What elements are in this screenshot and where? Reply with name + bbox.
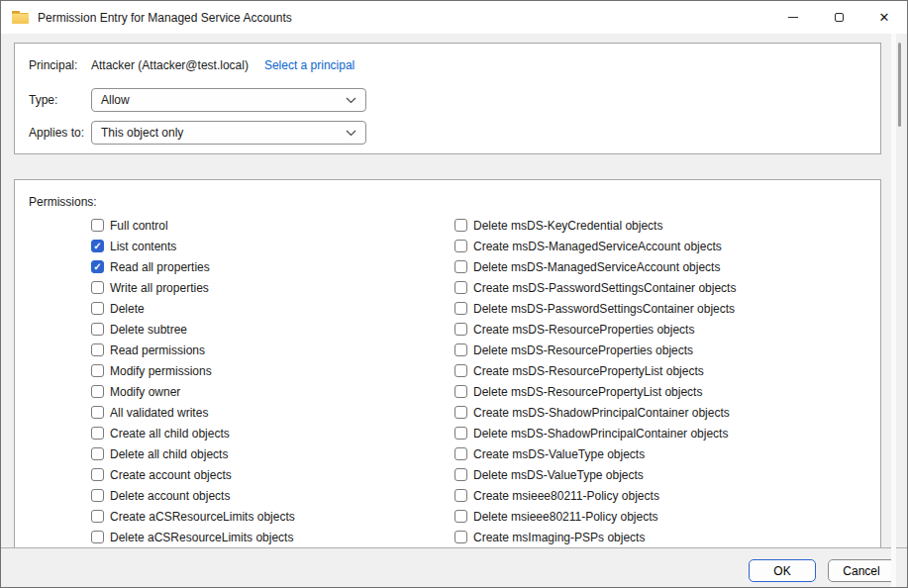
maximize-button[interactable]	[816, 1, 861, 34]
permission-row[interactable]: Delete msDS-KeyCredential objects	[454, 215, 736, 236]
checkbox[interactable]	[454, 385, 467, 398]
permission-row[interactable]: Full control	[91, 215, 295, 236]
checkbox[interactable]	[454, 219, 467, 232]
permission-row[interactable]: Read all properties	[91, 256, 295, 277]
checkbox[interactable]	[454, 260, 467, 273]
applies-to-select[interactable]: This object only	[91, 121, 366, 145]
checkbox[interactable]	[454, 323, 467, 336]
applies-to-select-value: This object only	[101, 126, 183, 140]
permission-label: Delete msieee80211-Policy objects	[473, 510, 658, 524]
permission-row[interactable]: Delete	[91, 298, 295, 319]
permission-label: Modify owner	[110, 385, 180, 399]
checkbox[interactable]	[91, 468, 104, 481]
permission-row[interactable]: Delete msDS-PasswordSettingsContainer ob…	[454, 298, 736, 319]
scrollbar-thumb[interactable]	[898, 43, 901, 127]
checkbox[interactable]	[454, 406, 467, 419]
permission-row[interactable]: Create msImaging-PSPs objects	[454, 527, 736, 547]
checkbox[interactable]	[91, 364, 104, 377]
permission-row[interactable]: Delete subtree	[91, 319, 295, 340]
permission-row[interactable]: Delete msDS-ResourceProperties objects	[454, 340, 736, 360]
permission-label: Full control	[110, 219, 168, 233]
permission-row[interactable]: Delete msDS-ShadowPrincipalContainer obj…	[454, 423, 736, 443]
permission-row[interactable]: Delete all child objects	[91, 443, 295, 464]
permissions-section-label: Permissions:	[29, 195, 97, 209]
permission-row[interactable]: Delete msDS-ResourcePropertyList objects	[454, 381, 736, 402]
checkbox[interactable]	[91, 489, 104, 502]
checkbox[interactable]	[454, 531, 467, 543]
select-a-principal-link[interactable]: Select a principal	[264, 58, 354, 72]
permission-row[interactable]: Create account objects	[91, 464, 295, 485]
close-button[interactable]: ✕	[861, 1, 907, 34]
permission-row[interactable]: Create msDS-ResourcePropertyList objects	[454, 360, 736, 381]
checkbox[interactable]	[91, 240, 104, 252]
checkbox[interactable]	[91, 406, 104, 419]
permission-label: Delete msDS-PasswordSettingsContainer ob…	[473, 302, 735, 316]
permission-row[interactable]: Create aCSResourceLimits objects	[91, 506, 295, 527]
maximize-icon	[835, 13, 844, 22]
checkbox[interactable]	[91, 302, 104, 315]
permission-row[interactable]: List contents	[91, 236, 295, 256]
permission-row[interactable]: Delete account objects	[91, 485, 295, 506]
permission-label: Create msieee80211-Policy objects	[473, 489, 659, 503]
permission-row[interactable]: Create msDS-PasswordSettingsContainer ob…	[454, 277, 736, 298]
checkbox[interactable]	[454, 281, 467, 294]
permission-label: Write all properties	[110, 281, 209, 295]
permission-row[interactable]: Create all child objects	[91, 423, 295, 443]
checkbox[interactable]	[454, 302, 467, 315]
permission-label: Create msDS-ShadowPrincipalContainer obj…	[473, 406, 730, 420]
window-title: Permission Entry for Managed Service Acc…	[38, 11, 292, 25]
checkbox[interactable]	[91, 281, 104, 294]
permission-row[interactable]: Write all properties	[91, 277, 295, 298]
checkbox[interactable]	[91, 510, 104, 523]
permission-label: Delete msDS-ResourcePropertyList objects	[473, 385, 702, 399]
checkbox[interactable]	[91, 385, 104, 398]
checkbox[interactable]	[91, 260, 104, 273]
permission-row[interactable]: Modify permissions	[91, 360, 295, 381]
permission-label: All validated writes	[110, 406, 208, 420]
permission-label: Create msDS-ResourceProperties objects	[473, 323, 694, 337]
checkbox[interactable]	[454, 447, 467, 460]
checkbox[interactable]	[454, 364, 467, 377]
permission-label: Delete aCSResourceLimits objects	[110, 531, 293, 544]
permission-row[interactable]: Read permissions	[91, 340, 295, 360]
permission-row[interactable]: Create msDS-ShadowPrincipalContainer obj…	[454, 402, 736, 423]
checkbox[interactable]	[454, 343, 467, 356]
checkbox[interactable]	[91, 427, 104, 440]
chevron-down-icon	[346, 97, 356, 104]
checkbox[interactable]	[454, 427, 467, 440]
permission-row[interactable]: Delete msDS-ValueType objects	[454, 464, 736, 485]
permission-row[interactable]: Create msieee80211-Policy objects	[454, 485, 736, 506]
permission-label: Delete msDS-ResourceProperties objects	[473, 343, 693, 357]
permission-row[interactable]: Create msDS-ManagedServiceAccount object…	[454, 236, 736, 256]
checkbox[interactable]	[454, 489, 467, 502]
permission-row[interactable]: Delete msDS-ManagedServiceAccount object…	[454, 256, 736, 277]
checkbox[interactable]	[454, 240, 467, 252]
permission-label: Create msImaging-PSPs objects	[473, 531, 645, 544]
permission-row[interactable]: Create msDS-ValueType objects	[454, 443, 736, 464]
footer-separator	[1, 547, 907, 548]
permission-label: Read permissions	[110, 343, 205, 357]
checkbox[interactable]	[454, 510, 467, 523]
permission-row[interactable]: Delete aCSResourceLimits objects	[91, 527, 295, 547]
permission-row[interactable]: Create msDS-ResourceProperties objects	[454, 319, 736, 340]
checkbox[interactable]	[91, 219, 104, 232]
permission-row[interactable]: Modify owner	[91, 381, 295, 402]
applies-to-label: Applies to:	[29, 126, 91, 140]
scrollbar[interactable]	[891, 34, 896, 587]
type-select[interactable]: Allow	[91, 88, 366, 112]
titlebar: Permission Entry for Managed Service Acc…	[1, 1, 907, 34]
permission-label: Delete subtree	[110, 323, 187, 337]
ok-button[interactable]: OK	[749, 559, 816, 582]
permission-label: Delete all child objects	[110, 447, 228, 461]
permission-label: Delete msDS-ValueType objects	[473, 468, 644, 482]
cancel-button[interactable]: Cancel	[828, 559, 895, 582]
checkbox[interactable]	[454, 468, 467, 481]
checkbox[interactable]	[91, 323, 104, 336]
permission-label: Create msDS-ResourcePropertyList objects	[473, 364, 704, 378]
permission-row[interactable]: All validated writes	[91, 402, 295, 423]
checkbox[interactable]	[91, 447, 104, 460]
permission-row[interactable]: Delete msieee80211-Policy objects	[454, 506, 736, 527]
minimize-button[interactable]	[770, 1, 816, 34]
checkbox[interactable]	[91, 531, 104, 543]
checkbox[interactable]	[91, 343, 104, 356]
